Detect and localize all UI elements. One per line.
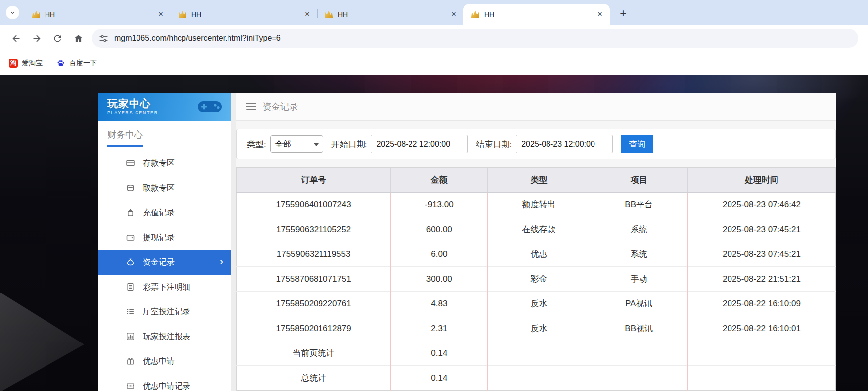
sidebar-item-label: 彩票下注明细 — [143, 282, 190, 293]
funds-record-icon — [126, 258, 135, 266]
refresh-button[interactable] — [47, 28, 67, 48]
tab-title: HH — [338, 10, 449, 18]
forward-button[interactable] — [27, 28, 46, 48]
menu-hamburger-icon[interactable] — [246, 103, 256, 110]
table-cell — [488, 366, 590, 391]
refresh-icon — [52, 33, 63, 44]
brand-favicon — [471, 11, 479, 18]
sidebar-item-withdraw-zone[interactable]: 取款专区 — [98, 176, 231, 200]
table-cell: 彩金 — [488, 267, 590, 292]
type-select[interactable]: 全部 — [270, 135, 323, 153]
sidebar-menu: 存款专区取款专区充值记录提现记录资金记录›彩票下注明细厅室投注记录玩家投注报表优… — [98, 146, 231, 391]
forward-icon — [32, 33, 42, 44]
page-header: 资金记录 — [236, 93, 836, 121]
table-row: 1755906321105252600.00在线存款系统2025-08-23 0… — [237, 217, 836, 242]
table-cell: 2025-08-23 07:45:21 — [687, 217, 835, 242]
gamepad-icon — [196, 99, 223, 114]
table-row: 17559063211195536.00优惠系统2025-08-23 07:45… — [237, 242, 836, 267]
table-cell: 1755906321105252 — [237, 217, 391, 242]
type-select-value: 全部 — [275, 139, 291, 149]
chevron-right-icon: › — [220, 255, 223, 268]
bookmark-label: 百度一下 — [69, 59, 97, 68]
column-header: 类型 — [488, 168, 590, 193]
table-row: 17558502016128792.31反水BB视讯2025-08-22 16:… — [237, 316, 836, 341]
table-cell: 1755850201612879 — [237, 316, 391, 341]
column-header: 项目 — [590, 168, 687, 193]
home-button[interactable] — [68, 28, 88, 48]
home-icon — [73, 33, 84, 44]
sidebar-item-recharge-records[interactable]: 充值记录 — [98, 200, 231, 225]
address-bar[interactable]: mgm1065.com/hhcp/usercenter.html?iniType… — [92, 29, 858, 48]
bookmark-taobao[interactable]: 淘爱淘宝 — [9, 59, 43, 68]
tab-close-icon[interactable]: × — [449, 9, 458, 19]
bookmark-baidu[interactable]: 百度一下 — [56, 59, 97, 68]
browser-tab[interactable]: HH× — [463, 4, 610, 25]
sidebar-item-label: 优惠申请 — [143, 356, 175, 367]
table-cell: PA视讯 — [590, 292, 687, 316]
tab-search-button[interactable] — [6, 6, 19, 19]
lottery-detail-icon — [126, 283, 135, 291]
funds-record-table: 订单号金额类型项目处理时间 1755906401007243-913.00额度转… — [236, 167, 836, 391]
new-tab-button[interactable]: + — [616, 6, 631, 21]
finance-center-section-title: 财务中心 — [98, 121, 231, 146]
page-background: 玩家中心 PLAYERS CENTER 财务中心 存款专区取款专区充值记录提现记… — [0, 75, 868, 391]
sidebar-item-promo-apply[interactable]: 优惠申请 — [98, 349, 231, 374]
table-cell: 2025-08-22 16:10:01 — [687, 316, 835, 341]
table-cell: 系统 — [590, 242, 687, 267]
brand-favicon — [32, 11, 40, 18]
tab-title: HH — [484, 10, 595, 18]
table-cell: 在线存款 — [488, 217, 590, 242]
tab-close-icon[interactable]: × — [156, 9, 166, 19]
table-cell: 2025-08-23 07:45:21 — [687, 242, 835, 267]
end-date-input[interactable] — [516, 135, 613, 153]
url-text: mgm1065.com/hhcp/usercenter.html?iniType… — [114, 34, 281, 43]
promo-apply-icon — [126, 357, 135, 365]
table-cell: 300.00 — [391, 267, 488, 292]
table-cell: 总统计 — [237, 366, 391, 391]
withdrawal-record-icon — [126, 233, 135, 242]
table-cell: 反水 — [488, 292, 590, 316]
sidebar-item-promo-apply-records[interactable]: 优惠申请记录 — [98, 374, 231, 391]
withdraw-coins-icon — [126, 184, 135, 192]
table-cell: 0.14 — [391, 341, 488, 366]
back-button[interactable] — [6, 28, 26, 48]
sidebar-item-label: 充值记录 — [143, 208, 175, 218]
promo-record-icon — [126, 382, 135, 390]
sidebar-item-player-bet-report[interactable]: 玩家投注报表 — [98, 324, 231, 349]
player-report-icon — [126, 332, 135, 341]
sidebar-item-label: 优惠申请记录 — [143, 381, 190, 391]
deposit-card-icon — [126, 159, 135, 167]
sidebar-item-funds-records[interactable]: 资金记录› — [98, 250, 231, 275]
type-label: 类型: — [247, 139, 266, 150]
sidebar-item-hall-bet-records[interactable]: 厅室投注记录 — [98, 299, 231, 324]
start-date-label: 开始日期: — [331, 139, 367, 150]
table-row: 1755870681071751300.00彩金手动2025-08-22 21:… — [237, 267, 836, 292]
site-settings-icon[interactable] — [99, 34, 108, 43]
sidebar-item-lottery-bet-detail[interactable]: 彩票下注明细 — [98, 275, 231, 299]
table-cell: 反水 — [488, 316, 590, 341]
browser-window: HH×HH×HH×HH× + mgm1065.com/hhcp/usercent… — [0, 0, 868, 391]
background-triangle-decoration — [0, 266, 107, 391]
page-title: 资金记录 — [263, 101, 298, 113]
table-cell: 手动 — [590, 267, 687, 292]
table-cell: 2025-08-23 07:46:42 — [687, 193, 835, 217]
bookmarks-bar: 淘爱淘宝百度一下 — [0, 51, 868, 75]
sidebar-item-label: 资金记录 — [143, 257, 175, 268]
baidu-icon — [56, 59, 65, 68]
sidebar-item-label: 厅室投注记录 — [143, 307, 190, 317]
tab-close-icon[interactable]: × — [595, 9, 605, 19]
table-cell: 系统 — [590, 217, 687, 242]
browser-tab[interactable]: HH× — [171, 4, 317, 25]
tab-close-icon[interactable]: × — [302, 9, 312, 19]
table-cell: 600.00 — [391, 217, 488, 242]
search-button[interactable]: 查询 — [621, 135, 653, 153]
players-center-title: 玩家中心 — [107, 98, 158, 109]
table-cell: 0.14 — [391, 366, 488, 391]
sidebar-item-withdrawal-records[interactable]: 提现记录 — [98, 225, 231, 250]
sidebar-item-deposit-zone[interactable]: 存款专区 — [98, 151, 231, 176]
start-date-input[interactable] — [371, 135, 468, 153]
browser-tab[interactable]: HH× — [24, 4, 171, 25]
sidebar-item-label: 存款专区 — [143, 158, 175, 169]
browser-tab[interactable]: HH× — [317, 4, 463, 25]
table-cell — [687, 341, 835, 366]
